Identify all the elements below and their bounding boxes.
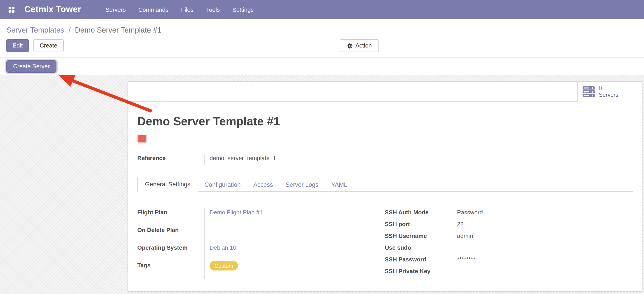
control-panel: Server Templates / Demo Server Template … <box>0 19 644 58</box>
field-label-ssh-password: SSH Password <box>385 255 452 267</box>
field-group-right: SSH Auth Mode Password SSH port 22 SSH U… <box>385 208 632 279</box>
reference-field-label: Reference <box>137 154 204 165</box>
breadcrumb-separator: / <box>68 26 70 34</box>
create-server-button[interactable]: Create Server <box>6 60 56 73</box>
tab-configuration[interactable]: Configuration <box>198 178 247 192</box>
field-group-left: Flight Plan Demo Flight Plan #1 On Delet… <box>137 208 385 279</box>
menu-item-commands[interactable]: Commands <box>132 1 175 18</box>
tag-badge-custom: Custom <box>210 261 238 270</box>
field-value-ssh-auth-mode: Password <box>452 208 632 220</box>
control-panel-buttons: Edit Create Action <box>0 39 644 52</box>
stat-count: 0 <box>599 85 618 92</box>
form-sheet: 0 Servers Demo Server Template #1 Refere… <box>128 81 642 291</box>
stat-label: Servers <box>599 92 618 99</box>
tab-yaml[interactable]: YAML <box>325 178 354 192</box>
field-label-ssh-private-key: SSH Private Key <box>385 267 452 279</box>
app-brand[interactable]: Cetmix Tower <box>24 5 81 15</box>
servers-stat-button[interactable]: 0 Servers <box>577 82 642 102</box>
app-root: Cetmix Tower Servers Commands Files Tool… <box>0 0 644 294</box>
tab-general-settings[interactable]: General Settings <box>137 177 198 192</box>
field-groups: Flight Plan Demo Flight Plan #1 On Delet… <box>137 208 633 279</box>
notebook-tabs: General Settings Configuration Access Se… <box>137 177 633 192</box>
reference-field-value: demo_server_template_1 <box>204 154 276 165</box>
record-title: Demo Server Template #1 <box>137 114 633 128</box>
action-button[interactable]: Action <box>340 39 379 52</box>
main-menu: Servers Commands Files Tools Settings <box>99 1 260 18</box>
tab-server-logs[interactable]: Server Logs <box>279 178 325 192</box>
color-swatch <box>137 134 147 143</box>
field-value-operating-system: Debian 10 <box>204 243 385 261</box>
apps-menu-button[interactable] <box>4 3 18 16</box>
field-value-ssh-username: admin <box>452 232 632 243</box>
field-label-tags: Tags <box>137 261 204 279</box>
stat-button-box: 0 Servers <box>128 82 642 102</box>
field-value-ssh-port: 22 <box>452 220 632 232</box>
field-value-tags: Custom <box>204 261 385 279</box>
field-label-use-sudo: Use sudo <box>385 243 452 255</box>
field-label-ssh-username: SSH Username <box>385 232 452 243</box>
field-value-use-sudo <box>452 243 632 255</box>
field-value-on-delete-plan <box>204 226 385 243</box>
menu-item-servers[interactable]: Servers <box>99 1 132 18</box>
flight-plan-link[interactable]: Demo Flight Plan #1 <box>210 209 263 216</box>
apps-grid-icon <box>8 7 14 13</box>
menu-item-settings[interactable]: Settings <box>226 1 260 18</box>
breadcrumb-parent-link[interactable]: Server Templates <box>6 26 64 34</box>
action-button-label: Action <box>356 42 372 49</box>
sheet-body: Demo Server Template #1 Reference demo_s… <box>128 114 642 279</box>
field-value-ssh-private-key <box>452 267 632 279</box>
field-label-ssh-port: SSH port <box>385 220 452 232</box>
breadcrumb: Server Templates / Demo Server Template … <box>0 19 644 35</box>
create-button[interactable]: Create <box>34 39 64 52</box>
menu-item-files[interactable]: Files <box>175 1 200 18</box>
field-label-flight-plan: Flight Plan <box>137 208 204 226</box>
form-view-background: 0 Servers Demo Server Template #1 Refere… <box>0 75 644 294</box>
servers-stack-icon <box>582 86 595 97</box>
field-label-on-delete-plan: On Delete Plan <box>137 226 204 243</box>
field-label-operating-system: Operating System <box>137 243 204 261</box>
reference-field-row: Reference demo_server_template_1 <box>137 154 633 165</box>
operating-system-link[interactable]: Debian 10 <box>210 244 236 251</box>
field-value-flight-plan: Demo Flight Plan #1 <box>204 208 385 226</box>
breadcrumb-current: Demo Server Template #1 <box>75 26 162 34</box>
field-value-ssh-password: ******** <box>452 255 632 267</box>
menu-item-tools[interactable]: Tools <box>200 1 226 18</box>
top-navbar: Cetmix Tower Servers Commands Files Tool… <box>0 0 644 19</box>
edit-button[interactable]: Edit <box>6 39 29 52</box>
create-server-band: Create Server <box>0 58 644 75</box>
gear-icon <box>347 43 353 49</box>
field-label-ssh-auth-mode: SSH Auth Mode <box>385 208 452 220</box>
tab-access[interactable]: Access <box>247 178 279 192</box>
